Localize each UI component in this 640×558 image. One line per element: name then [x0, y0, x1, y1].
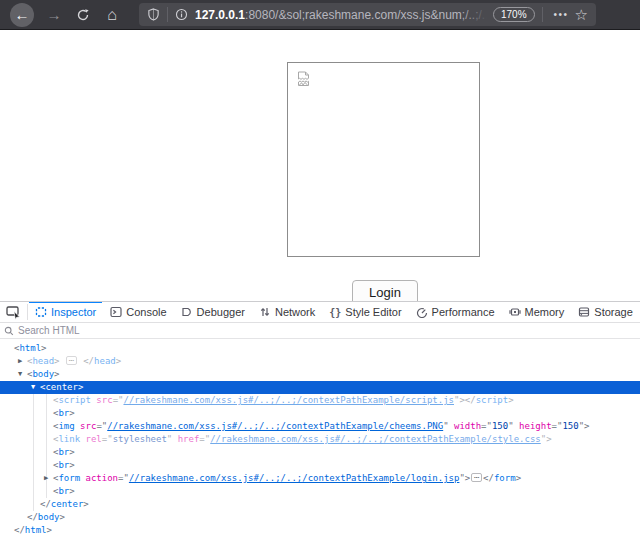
- site-info-icon[interactable]: [175, 8, 188, 21]
- pick-element-button[interactable]: [0, 302, 27, 322]
- forward-button[interactable]: →: [42, 3, 66, 27]
- markup-row-body-open[interactable]: ▼<body>: [0, 368, 640, 381]
- markup-token: src: [80, 421, 96, 431]
- markup-token: =": [102, 434, 113, 444]
- markup-token: head: [94, 356, 116, 366]
- tab-label: Debugger: [197, 306, 245, 318]
- markup-token: //rakeshmane.com/xss.js#/..;/..;/context…: [210, 434, 541, 444]
- markup-token: 150: [562, 421, 578, 431]
- collapsed-content-badge[interactable]: ⋯: [66, 356, 77, 365]
- markup-token: >: [47, 525, 52, 535]
- markup-token: >: [41, 343, 46, 353]
- markup-row-center-open[interactable]: ▼<center>: [0, 381, 640, 394]
- tab-performance[interactable]: Performance: [409, 302, 502, 322]
- url-input[interactable]: 127.0.0.1:8080/&sol;rakeshmane.com/xss.j…: [195, 8, 487, 22]
- tab-label: Inspector: [51, 306, 96, 318]
- markup-token: width: [454, 421, 481, 431]
- search-html-input[interactable]: [18, 325, 636, 336]
- tab-label: Style Editor: [345, 306, 401, 318]
- reload-button[interactable]: [71, 3, 95, 27]
- markup-token: </: [78, 356, 94, 366]
- collapsed-content-badge[interactable]: ⋯: [471, 473, 482, 482]
- tab-network[interactable]: Network: [252, 302, 322, 322]
- markup-token: body: [32, 369, 54, 379]
- zoom-level-badge[interactable]: 170%: [493, 7, 535, 22]
- url-bar[interactable]: 127.0.0.1:8080/&sol;rakeshmane.com/xss.j…: [139, 3, 596, 26]
- markup-row-form[interactable]: ▶<form action="//rakeshmane.com/xss.js#/…: [0, 472, 640, 485]
- markup-row-script[interactable]: <script src="//rakeshmane.com/xss.js#/..…: [0, 394, 640, 407]
- markup-token: </: [14, 525, 25, 535]
- memory-icon: [509, 306, 521, 318]
- devtools-tabbar: Inspector Console Debugger Network {} St…: [0, 302, 640, 323]
- markup-token: >: [69, 408, 74, 418]
- markup-token: [80, 434, 85, 444]
- markup-token: action: [86, 473, 119, 483]
- collapse-arrow-icon[interactable]: ▼: [18, 368, 22, 381]
- search-icon: [4, 326, 14, 336]
- tab-inspector[interactable]: Inspector: [28, 302, 103, 322]
- tab-label: Storage: [594, 306, 633, 318]
- tab-style-editor[interactable]: {} Style Editor: [322, 302, 408, 322]
- page-content: Login: [0, 31, 640, 301]
- markup-row-br[interactable]: <br>: [0, 485, 640, 498]
- urlbar-divider: [167, 7, 168, 22]
- markup-row-center-close[interactable]: </center>: [0, 498, 640, 511]
- markup-token: rel: [86, 434, 102, 444]
- bookmark-star-icon[interactable]: ☆: [575, 7, 588, 22]
- expand-arrow-icon[interactable]: ▶: [44, 472, 48, 485]
- tab-storage[interactable]: Storage: [571, 302, 640, 322]
- markup-row-br[interactable]: <br>: [0, 407, 640, 420]
- markup-token: =": [118, 473, 129, 483]
- markup-token: >: [83, 499, 88, 509]
- markup-token: >: [516, 473, 521, 483]
- markup-token: ">: [459, 473, 470, 483]
- markup-token: br: [58, 460, 69, 470]
- markup-token: >: [69, 460, 74, 470]
- markup-token: form: [58, 473, 80, 483]
- markup-token: ">: [541, 434, 552, 444]
- tab-console[interactable]: Console: [103, 302, 173, 322]
- markup-row-html-close[interactable]: </html>: [0, 524, 640, 537]
- reload-icon: [76, 8, 90, 22]
- login-button[interactable]: Login: [352, 280, 418, 301]
- markup-row-br[interactable]: <br>: [0, 446, 640, 459]
- markup-row-br[interactable]: <br>: [0, 459, 640, 472]
- shield-icon[interactable]: [147, 8, 160, 21]
- inspector-icon: [35, 306, 47, 318]
- markup-token: link: [58, 434, 80, 444]
- back-button[interactable]: ←: [10, 3, 34, 27]
- markup-view: <html>▶<head> ⋯ </head>▼<body>▼<center><…: [0, 339, 640, 558]
- markup-token: </: [40, 499, 51, 509]
- markup-token: img: [58, 421, 74, 431]
- tab-memory[interactable]: Memory: [502, 302, 572, 322]
- markup-row-img[interactable]: <img src="//rakeshmane.com/xss.js#/..;/.…: [0, 420, 640, 433]
- markup-token: script: [476, 395, 509, 405]
- markup-token: //rakeshmane.com/xss.js#/..;/..;/context…: [123, 395, 454, 405]
- network-icon: [259, 306, 271, 318]
- tab-label: Network: [275, 306, 315, 318]
- markup-row-html-open[interactable]: <html>: [0, 342, 640, 355]
- devtools-search-bar: [0, 323, 640, 339]
- markup-token: =": [552, 421, 563, 431]
- style-editor-icon: {}: [329, 307, 341, 318]
- markup-token: height: [519, 421, 552, 431]
- page-actions-button[interactable]: •••: [554, 9, 569, 20]
- browser-window: ← → ⌂ 127.0.0.1:8080/&sol;rakeshmane.com…: [0, 0, 640, 558]
- markup-token: head: [32, 356, 54, 366]
- markup-row-link[interactable]: <link rel="stylesheet" href="//rakeshman…: [0, 433, 640, 446]
- collapse-arrow-icon[interactable]: ▼: [31, 381, 35, 394]
- markup-token: html: [25, 525, 47, 535]
- markup-token: </: [465, 395, 476, 405]
- markup-row-head[interactable]: ▶<head> ⋯ </head>: [0, 355, 640, 368]
- markup-row-body-close[interactable]: </body>: [0, 511, 640, 524]
- markup-token: //rakeshmane.com/xss.js#/..;/..;/context…: [107, 421, 443, 431]
- expand-arrow-icon[interactable]: ▶: [18, 355, 22, 368]
- markup-token: ": [167, 434, 178, 444]
- markup-token: >: [69, 447, 74, 457]
- markup-token: form: [494, 473, 516, 483]
- tab-debugger[interactable]: Debugger: [174, 302, 252, 322]
- broken-image-icon: [295, 70, 313, 88]
- markup-token: br: [58, 447, 69, 457]
- home-button[interactable]: ⌂: [100, 3, 124, 27]
- markup-token: center: [51, 499, 84, 509]
